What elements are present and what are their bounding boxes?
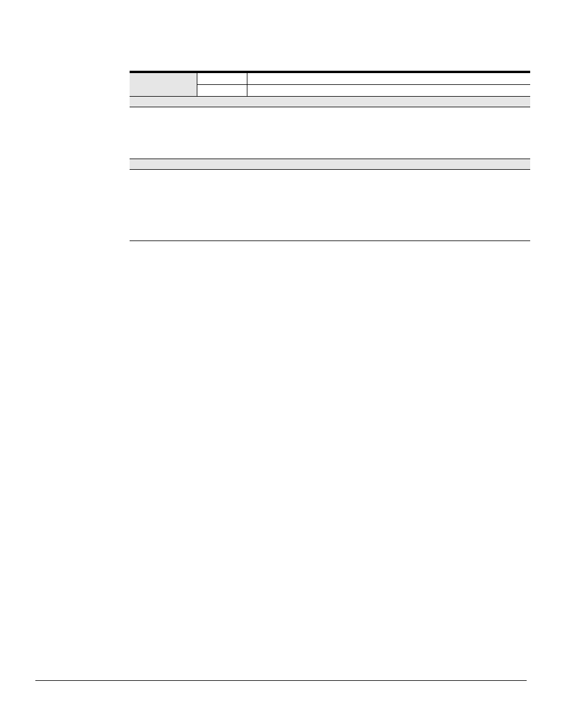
table-header-left-cell	[130, 73, 197, 97]
document-page	[0, 0, 562, 728]
table-header-right-cell2	[247, 85, 530, 96]
table-header-row	[130, 73, 530, 97]
table-header-row2	[197, 85, 530, 97]
section-band-1	[130, 97, 530, 107]
section-body-1	[130, 107, 530, 159]
footer-rule	[35, 680, 527, 681]
table-header-row1	[197, 73, 530, 85]
table-header-mid-cell1	[197, 73, 247, 84]
section-body-2	[130, 170, 530, 241]
data-table	[130, 71, 530, 241]
table-header-right	[197, 73, 530, 97]
table-header-right-cell1	[247, 73, 530, 84]
section-band-2	[130, 159, 530, 170]
content-block	[130, 71, 530, 241]
table-header-mid-cell2	[197, 85, 247, 96]
